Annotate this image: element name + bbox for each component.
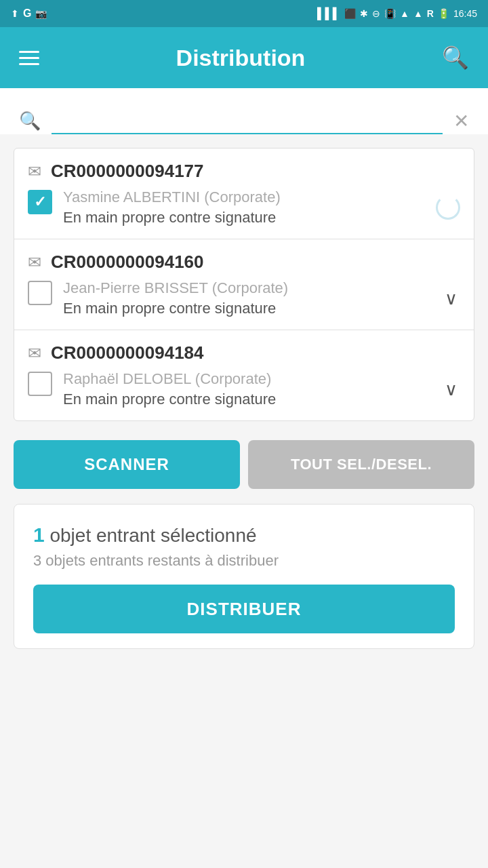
remaining-label: 3 objets entrants restants à distribuer (33, 552, 455, 570)
mail-icon-1: ✉ (28, 162, 41, 181)
expand-button-2[interactable]: ∨ (442, 285, 460, 312)
mail-icon-2: ✉ (28, 253, 41, 272)
checkbox-3[interactable] (28, 372, 52, 396)
selected-count: 1 (33, 524, 45, 546)
camera-icon: 📷 (35, 8, 47, 19)
barcode-icon: ▌▌▌ (317, 7, 340, 20)
mail-id-2: CR0000000094160 (51, 252, 460, 273)
app-bar: Distribution 🔍 (0, 27, 488, 88)
mail-item-3: ✉ CR0000000094184 Raphaël DELOBEL (Corpo… (14, 330, 474, 420)
delivery-type-2: En main propre contre signature (63, 300, 431, 317)
vibrate-icon: 📳 (384, 8, 396, 19)
search-button[interactable]: 🔍 (442, 45, 469, 71)
scanner-button[interactable]: SCANNER (14, 440, 240, 489)
mail-details-3: Raphaël DELOBEL (Corporate) En main prop… (63, 370, 431, 408)
loading-spinner-1 (436, 195, 460, 220)
checkbox-2[interactable] (28, 281, 52, 305)
mail-item-2: ✉ CR0000000094160 Jean-Pierre BRISSET (C… (14, 239, 474, 330)
checkbox-1[interactable] (28, 190, 52, 214)
r-indicator: R (427, 8, 434, 19)
distribute-button[interactable]: DISTRIBUER (33, 585, 455, 633)
clear-search-button[interactable]: ✕ (453, 110, 469, 132)
mail-id-3: CR0000000094184 (51, 342, 460, 363)
select-all-button[interactable]: TOUT SEL./DESEL. (248, 440, 474, 489)
search-icon: 🔍 (19, 111, 41, 132)
mail-details-2: Jean-Pierre BRISSET (Corporate) En main … (63, 279, 431, 317)
menu-button[interactable] (19, 51, 39, 65)
recipient-name-2: Jean-Pierre BRISSET (Corporate) (63, 279, 431, 297)
bluetooth-icon: ✱ (360, 8, 368, 19)
battery-icon: 🔋 (438, 8, 449, 19)
mail-items-list: ✉ CR0000000094177 Yasmine ALBERTINI (Cor… (14, 148, 474, 421)
mail-icon-3: ✉ (28, 344, 41, 363)
mail-id-1: CR0000000094177 (51, 161, 460, 182)
mail-details-1: Yasmine ALBERTINI (Corporate) En main pr… (63, 189, 425, 226)
expand-button-3[interactable]: ∨ (442, 376, 460, 403)
delivery-type-1: En main propre contre signature (63, 209, 425, 226)
delivery-type-3: En main propre contre signature (63, 391, 431, 408)
g-icon: G (23, 7, 31, 20)
search-input-wrap (52, 107, 443, 134)
signal-icon: ▲ (413, 8, 423, 19)
action-buttons: SCANNER TOUT SEL./DESEL. (14, 440, 474, 489)
status-right-icons: ▌▌▌ ⬛ ✱ ⊖ 📳 ▲ ▲ R 🔋 16:45 (317, 7, 477, 20)
status-bar: ⬆ G 📷 ▌▌▌ ⬛ ✱ ⊖ 📳 ▲ ▲ R 🔋 16:45 (0, 0, 488, 27)
page-title: Distribution (176, 45, 306, 71)
mail-item-1: ✉ CR0000000094177 Yasmine ALBERTINI (Cor… (14, 149, 474, 239)
time-display: 16:45 (453, 8, 477, 19)
wifi-icon: ▲ (400, 8, 409, 19)
search-bar: 🔍 ✕ (0, 88, 488, 134)
recipient-name-1: Yasmine ALBERTINI (Corporate) (63, 189, 425, 206)
status-left-icons: ⬆ G 📷 (11, 7, 47, 20)
recipient-name-3: Raphaël DELOBEL (Corporate) (63, 370, 431, 388)
search-input[interactable] (52, 107, 443, 133)
upload-icon: ⬆ (11, 8, 19, 19)
dnd-icon: ⊖ (372, 8, 380, 19)
summary-box: 1 objet entrant sélectionné 3 objets ent… (14, 504, 474, 649)
cast-icon: ⬛ (344, 8, 356, 19)
selected-count-line: 1 objet entrant sélectionné (33, 524, 455, 547)
